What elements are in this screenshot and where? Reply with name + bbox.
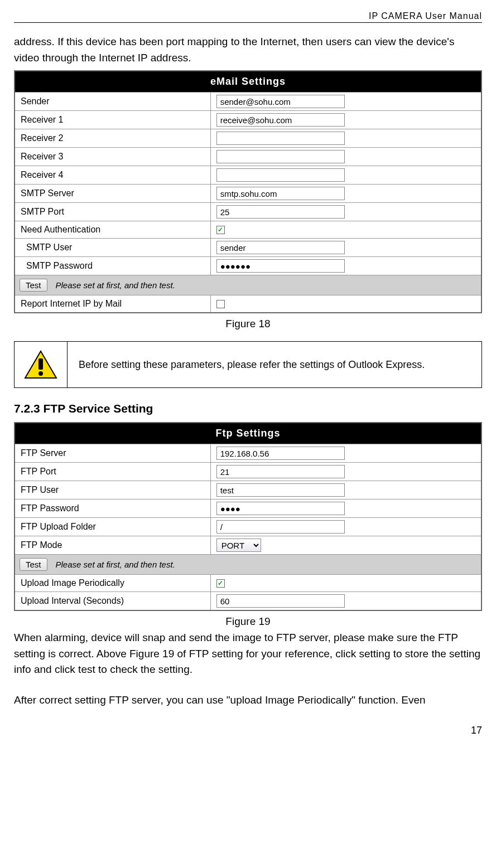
- ftp-user-input[interactable]: [216, 483, 345, 497]
- ftp-folder-input[interactable]: [216, 520, 345, 534]
- ftp-mode-select[interactable]: PORT: [216, 539, 261, 552]
- upload-periodic-row: Upload Image Periodically ✓: [15, 574, 481, 591]
- smtp-port-row: SMTP Port: [15, 202, 481, 221]
- report-ip-label: Report Internet IP by Mail: [15, 295, 211, 312]
- ftp-settings-table: Ftp Settings FTP Server FTP Port FTP Use…: [14, 422, 482, 611]
- smtp-user-label: SMTP User: [15, 239, 211, 256]
- smtp-server-label: SMTP Server: [15, 185, 211, 202]
- need-auth-label: Need Authentication: [15, 221, 211, 238]
- smtp-server-row: SMTP Server: [15, 184, 481, 202]
- ftp-port-label: FTP Port: [15, 463, 211, 481]
- receiver3-label: Receiver 3: [15, 148, 211, 166]
- need-auth-row: Need Authentication ✓: [15, 221, 481, 238]
- ftp-paragraph-2: After correct setting FTP server, you ca…: [14, 692, 482, 709]
- sender-label: Sender: [15, 93, 211, 110]
- ftp-port-input[interactable]: [216, 465, 345, 478]
- ftp-user-row: FTP User: [15, 481, 481, 499]
- report-ip-checkbox[interactable]: [216, 300, 225, 308]
- upload-interval-label: Upload Interval (Seconds): [15, 592, 211, 610]
- smtp-user-row: SMTP User: [15, 238, 481, 256]
- ftp-test-row: Test Please set at first, and then test.: [15, 554, 481, 574]
- receiver4-row: Receiver 4: [15, 166, 481, 184]
- smtp-port-input[interactable]: [216, 205, 345, 219]
- upload-periodic-checkbox[interactable]: ✓: [216, 579, 225, 588]
- receiver2-label: Receiver 2: [15, 129, 211, 147]
- ftp-folder-row: FTP Upload Folder: [15, 517, 481, 536]
- ftp-paragraph-1: When alarming, device will snap and send…: [14, 630, 482, 678]
- ftp-password-input[interactable]: [216, 502, 345, 515]
- ftp-folder-label: FTP Upload Folder: [15, 518, 211, 536]
- ftp-server-input[interactable]: [216, 447, 345, 460]
- sender-row: Sender: [15, 92, 481, 110]
- ftp-settings-title: Ftp Settings: [15, 423, 481, 444]
- ftp-mode-label: FTP Mode: [15, 536, 211, 554]
- smtp-port-label: SMTP Port: [15, 203, 211, 221]
- svg-rect-1: [38, 358, 43, 370]
- ftp-password-row: FTP Password: [15, 499, 481, 517]
- warning-box: Before setting these parameters, please …: [14, 341, 482, 388]
- warning-icon: [24, 350, 57, 379]
- receiver3-row: Receiver 3: [15, 147, 481, 166]
- figure19-caption: Figure 19: [14, 615, 482, 628]
- receiver1-input[interactable]: [216, 113, 345, 127]
- ftp-test-button[interactable]: Test: [20, 558, 47, 571]
- smtp-server-input[interactable]: [216, 187, 345, 200]
- ftp-server-label: FTP Server: [15, 444, 211, 462]
- email-test-button[interactable]: Test: [20, 279, 47, 292]
- smtp-password-label: SMTP Password: [15, 257, 211, 275]
- receiver2-row: Receiver 2: [15, 129, 481, 147]
- receiver4-label: Receiver 4: [15, 166, 211, 184]
- ftp-user-label: FTP User: [15, 481, 211, 499]
- ftp-server-row: FTP Server: [15, 444, 481, 462]
- email-test-row: Test Please set at first, and then test.: [15, 275, 481, 295]
- receiver1-row: Receiver 1: [15, 110, 481, 129]
- receiver2-input[interactable]: [216, 132, 345, 145]
- figure18-caption: Figure 18: [14, 318, 482, 330]
- smtp-password-row: SMTP Password: [15, 256, 481, 275]
- upload-interval-input[interactable]: [216, 594, 345, 608]
- smtp-user-input[interactable]: [216, 241, 345, 254]
- upload-interval-row: Upload Interval (Seconds): [15, 591, 481, 610]
- report-ip-row: Report Internet IP by Mail: [15, 295, 481, 312]
- need-auth-checkbox[interactable]: ✓: [216, 226, 225, 234]
- sender-input[interactable]: [216, 95, 345, 108]
- email-test-note: Please set at first, and then test.: [56, 280, 175, 290]
- page-header: IP CAMERA User Manual: [14, 11, 482, 23]
- ftp-test-note: Please set at first, and then test.: [56, 560, 175, 569]
- ftp-mode-row: FTP Mode PORT: [15, 536, 481, 554]
- ftp-password-label: FTP Password: [15, 500, 211, 517]
- email-settings-title: eMail Settings: [15, 71, 481, 92]
- ftp-port-row: FTP Port: [15, 462, 481, 481]
- receiver4-input[interactable]: [216, 168, 345, 182]
- receiver1-label: Receiver 1: [15, 111, 211, 129]
- page-number: 17: [14, 725, 482, 736]
- ftp-section-heading: 7.2.3 FTP Service Setting: [14, 402, 482, 415]
- intro-paragraph: address. If this device has been port ma…: [14, 34, 482, 66]
- warning-icon-cell: [15, 342, 68, 387]
- svg-point-2: [38, 371, 43, 376]
- warning-text: Before setting these parameters, please …: [68, 342, 481, 387]
- smtp-password-input[interactable]: [216, 259, 345, 273]
- receiver3-input[interactable]: [216, 150, 345, 163]
- email-settings-table: eMail Settings Sender Receiver 1 Receive…: [14, 70, 482, 313]
- upload-periodic-label: Upload Image Periodically: [15, 575, 211, 591]
